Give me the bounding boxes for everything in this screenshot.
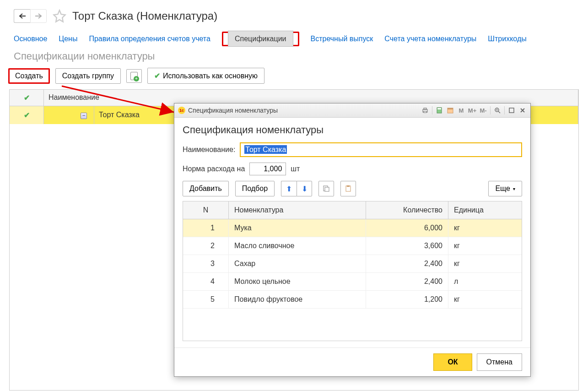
cell-nom: Сахар	[229, 255, 366, 272]
cell-nom: Мука	[229, 219, 366, 237]
cell-nom: Масло сливочное	[229, 237, 366, 255]
arrow-up-icon: ⬆	[286, 185, 292, 193]
close-icon[interactable]	[518, 106, 527, 114]
dialog-body: Спецификация номенклатуры Наименование: …	[174, 118, 530, 348]
app-logo-icon: 1c	[178, 107, 185, 114]
create-group-button[interactable]: Создать группу	[55, 68, 121, 84]
svg-rect-14	[325, 187, 329, 191]
col-unit[interactable]: Единица	[448, 201, 522, 219]
cell-default	[10, 106, 44, 124]
tab-counter-release[interactable]: Встречный выпуск	[311, 31, 373, 47]
tab-barcodes[interactable]: Штрихкоды	[488, 31, 526, 47]
cell-n: 3	[183, 255, 229, 272]
ok-button[interactable]: ОК	[433, 353, 472, 371]
svg-rect-7	[448, 108, 453, 109]
tab-specifications[interactable]: Спецификации	[228, 31, 293, 47]
cell-nom: Повидло фруктовое	[229, 291, 366, 308]
rate-input[interactable]	[249, 163, 286, 175]
cell-unit: л	[448, 273, 522, 290]
svg-rect-16	[347, 185, 350, 187]
pick-button[interactable]: Подбор	[235, 181, 275, 196]
svg-rect-3	[424, 111, 426, 113]
add-row-button[interactable]: Добавить	[183, 181, 229, 196]
copy-icon	[323, 185, 330, 192]
col-nomenclature[interactable]: Номенклатура	[229, 201, 366, 219]
document-plus-icon	[130, 72, 138, 80]
copy-rows-button[interactable]	[318, 181, 334, 196]
col-default[interactable]	[10, 90, 44, 106]
grid-row[interactable]: 3 Сахар 2,400 кг	[183, 255, 522, 273]
chevron-down-icon: ▾	[513, 186, 515, 191]
svg-rect-5	[437, 108, 441, 109]
spec-dialog: 1c Спецификация номенклатуры M M+ M- Спе…	[174, 103, 531, 377]
grid-row[interactable]: 5 Повидло фруктовое 1,200 кг	[183, 291, 522, 309]
create-button[interactable]: Создать	[8, 68, 50, 84]
calculator-icon[interactable]	[435, 106, 443, 114]
paste-icon	[345, 185, 352, 192]
move-group: ⬆ ⬇	[281, 181, 312, 196]
cell-n: 2	[183, 237, 229, 255]
cell-n: 4	[183, 273, 229, 290]
cell-qty: 2,400	[366, 255, 448, 272]
use-as-main-label: Использовать как основную	[163, 72, 258, 80]
cell-qty: 6,000	[366, 219, 448, 237]
more-label: Еще	[495, 185, 510, 193]
paste-rows-button[interactable]	[340, 181, 356, 196]
dialog-window-title: Спецификация номенклатуры	[188, 107, 418, 114]
back-button[interactable]	[14, 9, 30, 23]
check-icon	[24, 111, 30, 119]
tab-specifications-highlight: Спецификации	[222, 32, 299, 46]
move-down-button[interactable]: ⬇	[297, 181, 312, 196]
move-up-button[interactable]: ⬆	[281, 181, 297, 196]
cell-expand[interactable]: −	[44, 106, 94, 124]
arrow-down-icon: ⬇	[302, 185, 307, 193]
cell-unit: кг	[448, 237, 522, 255]
name-input-value: Торт Сказка	[244, 145, 287, 154]
cell-n: 5	[183, 291, 229, 308]
row-name: Наименование: Торт Сказка	[183, 142, 522, 157]
grid-padding	[183, 309, 522, 341]
memory-mminus-button[interactable]: M-	[479, 106, 487, 114]
memory-m-button[interactable]: M	[457, 106, 465, 114]
forward-button[interactable]	[30, 9, 47, 23]
section-subtitle: Спецификации номенклатуры	[0, 47, 588, 68]
cell-n: 1	[183, 219, 229, 237]
check-icon	[24, 94, 30, 102]
favorite-star-icon[interactable]	[53, 9, 66, 23]
dialog-titlebar[interactable]: 1c Спецификация номенклатуры M M+ M-	[174, 103, 530, 118]
rate-label: Норма расхода на	[183, 165, 245, 173]
rate-unit: шт	[291, 165, 300, 173]
svg-line-9	[498, 111, 500, 113]
row-rate: Норма расхода на шт	[183, 163, 522, 175]
maximize-icon[interactable]	[507, 106, 516, 114]
grid-header: N Номенклатура Количество Единица	[183, 201, 522, 219]
grid-row[interactable]: 4 Молоко цельное 2,400 л	[183, 273, 522, 291]
tab-account-rules[interactable]: Правила определения счетов учета	[89, 31, 210, 47]
toolbar: Создать Создать группу Использовать как …	[0, 68, 588, 89]
name-label: Наименование:	[183, 146, 235, 154]
copy-create-button[interactable]	[126, 69, 142, 83]
tab-accounts[interactable]: Счета учета номенклатуры	[384, 31, 476, 47]
print-icon[interactable]	[421, 106, 429, 114]
grid-row[interactable]: 2 Масло сливочное 3,600 кг	[183, 237, 522, 255]
use-as-main-button[interactable]: Использовать как основную	[147, 68, 264, 84]
cell-qty: 1,200	[366, 291, 448, 308]
page-title: Торт Сказка (Номенклатура)	[72, 10, 217, 22]
zoom-icon[interactable]	[493, 106, 502, 114]
memory-mplus-button[interactable]: M+	[468, 106, 476, 114]
more-button[interactable]: Еще ▾	[488, 181, 522, 196]
tab-main[interactable]: Основное	[14, 31, 47, 47]
tabs-bar: Основное Цены Правила определения счетов…	[0, 27, 588, 47]
cell-qty: 2,400	[366, 273, 448, 290]
grid-toolbar: Добавить Подбор ⬆ ⬇ Еще ▾	[183, 181, 522, 196]
calendar-icon[interactable]	[446, 106, 454, 114]
name-input[interactable]: Торт Сказка	[240, 142, 522, 157]
nav-history-group	[14, 9, 47, 23]
cell-unit: кг	[448, 255, 522, 272]
dialog-title: Спецификация номенклатуры	[183, 124, 522, 136]
cancel-button[interactable]: Отмена	[477, 353, 522, 371]
col-quantity[interactable]: Количество	[366, 201, 448, 219]
col-n[interactable]: N	[183, 201, 229, 219]
tab-prices[interactable]: Цены	[59, 31, 77, 47]
grid-row[interactable]: 1 Мука 6,000 кг	[183, 219, 522, 237]
